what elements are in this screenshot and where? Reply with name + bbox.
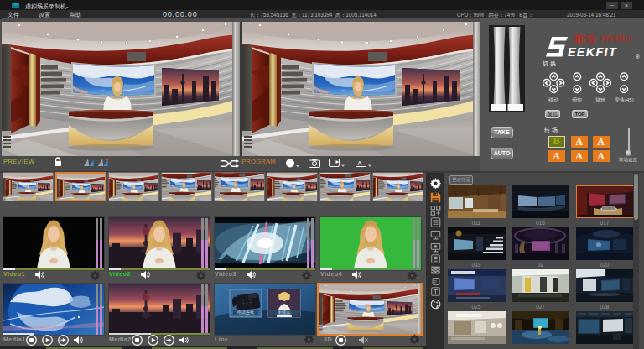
svg-text:主持人: 主持人 <box>278 310 290 315</box>
svg-text:电话连线: 电话连线 <box>237 310 254 315</box>
svg-text:A: A <box>358 160 362 166</box>
svg-text:®: ® <box>636 54 640 60</box>
svg-text:EEKFIT: EEKFIT <box>568 45 617 59</box>
svg-text:P: P <box>434 279 437 284</box>
